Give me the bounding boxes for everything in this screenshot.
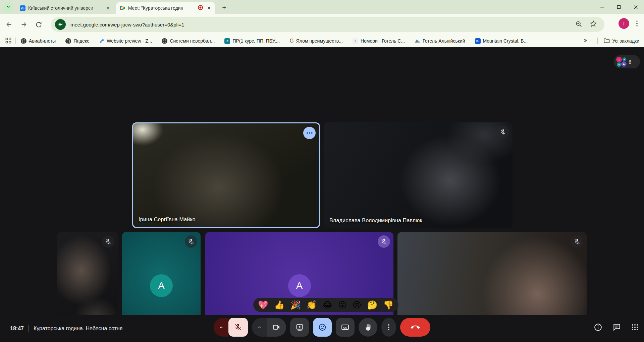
chevron-down-icon xyxy=(6,4,11,10)
bookmark-pr-kurs[interactable]: ✳ПР(1 курс, ПП, ПБУ,... xyxy=(224,38,280,44)
bookmark-mountain-crystal[interactable]: B.Mountain Crystal, Б... xyxy=(475,38,528,44)
bookmarks-overflow-button[interactable] xyxy=(583,38,588,44)
apps-grid-icon[interactable] xyxy=(5,38,11,45)
mic-options-button[interactable] xyxy=(214,318,228,337)
maximize-button[interactable] xyxy=(610,0,627,14)
end-call-button[interactable] xyxy=(400,318,430,337)
avatar: А xyxy=(621,61,627,67)
divider xyxy=(29,325,29,332)
close-window-button[interactable] xyxy=(627,0,644,14)
browser-menu-button[interactable] xyxy=(633,19,641,28)
reactions-button[interactable] xyxy=(313,318,332,337)
mic-off-icon xyxy=(378,235,390,248)
bookmark-systemy-neverbal[interactable]: Системи невербал... xyxy=(162,38,215,44)
tab-close-icon[interactable]: ✕ xyxy=(105,5,111,11)
bookmark-star-icon[interactable] xyxy=(590,20,597,29)
reaction-thumbs-down[interactable]: 👎 xyxy=(383,301,393,309)
camera-permission-icon[interactable] xyxy=(55,19,66,30)
more-options-button[interactable] xyxy=(381,318,396,337)
avatar: А xyxy=(288,274,311,297)
meet-stage: І В А А 6 Ірина Сергіївна Майко Владисла… xyxy=(0,47,644,342)
participants-pill[interactable]: І В А А 6 xyxy=(614,55,640,68)
bookmarks-bar: Авиабилеты Яндекс Website preview - Z...… xyxy=(0,35,644,47)
svg-text:CC: CC xyxy=(343,326,347,329)
activities-grid-icon[interactable] xyxy=(631,324,639,332)
meeting-title: Кураторська година. Небесна сотня xyxy=(34,326,122,332)
google-g-icon: G xyxy=(289,38,293,44)
zoom-icon[interactable] xyxy=(575,20,582,29)
globe-icon xyxy=(65,38,71,44)
reaction-party[interactable]: 🎉 xyxy=(290,301,301,309)
avatar: І xyxy=(616,57,622,62)
participant-name: Владислава Володимирівна Павлюк xyxy=(329,218,422,224)
tab-close-icon[interactable]: ✕ xyxy=(206,5,212,11)
reaction-clap[interactable]: 👏 xyxy=(307,301,317,309)
captions-button[interactable]: CC xyxy=(336,318,355,337)
info-icon[interactable] xyxy=(594,323,602,333)
avatar: В xyxy=(623,57,626,61)
mic-off-icon xyxy=(497,126,509,138)
clock-time: 18:47 xyxy=(10,326,24,332)
raise-hand-button[interactable] xyxy=(359,318,377,337)
mic-off-icon xyxy=(102,235,114,248)
camera-button[interactable] xyxy=(267,318,286,337)
reaction-thinking[interactable]: 🤔 xyxy=(367,301,377,309)
bookmark-yandex[interactable]: Яндекс xyxy=(65,38,89,44)
reaction-heart[interactable]: 💖 xyxy=(258,301,268,309)
bookmark-yalom[interactable]: GЯлом преимуществ... xyxy=(289,38,343,44)
forward-button[interactable] xyxy=(18,19,30,30)
participant-name: Ірина Сергіївна Майко xyxy=(139,217,196,223)
back-button[interactable] xyxy=(3,19,15,30)
video-tile-vladyslava[interactable]: Владислава Володимирівна Павлюк xyxy=(324,122,513,228)
video-tile-iryna[interactable]: Ірина Сергіївна Майко xyxy=(132,122,320,228)
tab-meet[interactable]: Meet: "Кураторська годин ✕ xyxy=(116,2,215,14)
mic-mute-button[interactable] xyxy=(228,318,248,337)
browser-window: 26 Київський столичний універси ✕ Meet: … xyxy=(0,0,644,342)
divider xyxy=(597,38,598,44)
meeting-info: 18:47 Кураторська година. Небесна сотня xyxy=(10,325,122,332)
bookmark-hotel-alpiiskyi[interactable]: Готель Альпійський xyxy=(415,38,465,44)
mic-off-icon xyxy=(571,235,583,248)
tab-title: Київський столичний універси xyxy=(28,5,102,11)
calendar-favicon: 26 xyxy=(19,5,25,11)
bookmark-aviabilety[interactable]: Авиабилеты xyxy=(21,38,56,44)
all-bookmarks-button[interactable]: Усі закладки xyxy=(604,38,639,44)
tile-menu-button[interactable] xyxy=(303,127,316,139)
folder-icon xyxy=(604,38,610,44)
profile-avatar[interactable]: I xyxy=(619,18,629,29)
reaction-laugh[interactable]: 😂 xyxy=(323,301,332,309)
recording-indicator-icon xyxy=(198,5,203,12)
tab-calendar[interactable]: 26 Київський столичний універси ✕ xyxy=(16,2,114,14)
url-text[interactable]: meet.google.com/wep-jucw-swo?authuser=0&… xyxy=(70,22,575,27)
reactions-bar: 💖 👍 🎉 👏 😂 😮 😢 🤔 👎 xyxy=(253,298,398,312)
mic-control-group xyxy=(214,318,248,337)
divider xyxy=(15,38,16,44)
new-tab-button[interactable]: ＋ xyxy=(220,3,228,11)
tab-search-button[interactable] xyxy=(3,2,13,12)
reaction-surprised[interactable]: 😮 xyxy=(338,301,347,309)
camera-control-group xyxy=(252,318,286,337)
mountain-icon xyxy=(415,38,420,44)
globe-icon xyxy=(162,38,167,44)
meet-bottom-bar: 18:47 Кураторська година. Небесна сотня … xyxy=(0,315,644,342)
browser-toolbar: meet.google.com/wep-jucw-swo?authuser=0&… xyxy=(0,14,644,35)
avatar: А xyxy=(617,62,621,67)
globe-icon xyxy=(21,38,26,44)
meet-right-icons xyxy=(594,323,639,333)
reload-button[interactable] xyxy=(33,19,44,30)
participants-count: 6 xyxy=(629,59,631,65)
call-controls: CC xyxy=(214,318,430,337)
camera-options-button[interactable] xyxy=(252,318,267,337)
blue-flag-icon xyxy=(99,38,104,44)
window-controls xyxy=(594,0,644,14)
bookmark-nomery-hotel[interactable]: ÷Номери - Готель С... xyxy=(353,38,405,44)
bookmark-website-preview[interactable]: Website preview - Z... xyxy=(99,38,152,44)
minimize-button[interactable] xyxy=(594,0,610,14)
address-bar[interactable]: meet.google.com/wep-jucw-swo?authuser=0&… xyxy=(51,17,604,32)
chat-icon[interactable] xyxy=(612,323,621,333)
reaction-cry[interactable]: 😢 xyxy=(353,301,361,309)
meet-favicon xyxy=(119,5,125,11)
present-screen-button[interactable] xyxy=(290,318,309,337)
tab-strip: 26 Київський столичний універси ✕ Meet: … xyxy=(0,0,644,14)
reaction-thumbs-up[interactable]: 👍 xyxy=(274,301,284,309)
